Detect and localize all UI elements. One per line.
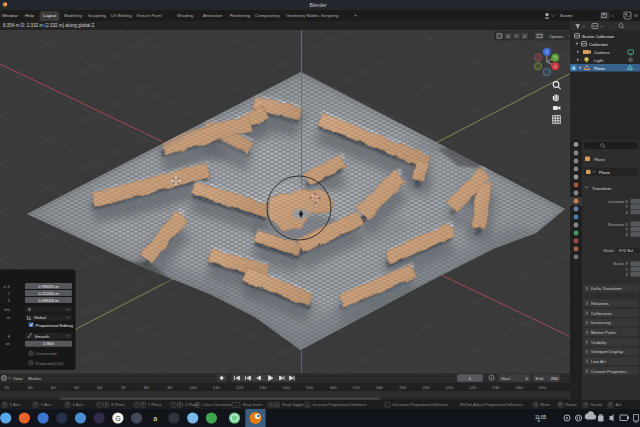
svg-text:140: 140 — [283, 385, 291, 390]
svg-text:Line Art: Line Art — [591, 359, 606, 364]
svg-text:X: X — [28, 307, 31, 312]
svg-text:Location X: Location X — [608, 199, 628, 204]
svg-text:Y: Y — [142, 402, 145, 407]
svg-text:Z Axis: Z Axis — [73, 402, 84, 407]
svg-text:Animation: Animation — [203, 13, 223, 18]
svg-text:^: ^ — [99, 402, 101, 407]
svg-text:Sculpting: Sculpting — [88, 13, 107, 18]
svg-text:Help: Help — [25, 13, 35, 18]
svg-text:Clear Constraints: Clear Constraints — [203, 402, 233, 407]
svg-text:Y: Y — [554, 55, 557, 60]
svg-text:G: G — [115, 415, 120, 422]
svg-text:Light: Light — [594, 58, 604, 63]
svg-text:Geometry Nodes: Geometry Nodes — [286, 13, 320, 18]
svg-text:130: 130 — [259, 385, 267, 390]
svg-text:Rotation X: Rotation X — [608, 222, 628, 227]
svg-text:e X: e X — [4, 284, 11, 289]
svg-text:Aut: Aut — [616, 402, 623, 407]
svg-text:X Axis: X Axis — [10, 402, 21, 407]
svg-text:+: + — [354, 12, 357, 18]
svg-text:Z: Z — [625, 232, 628, 237]
svg-text:Y: Y — [515, 34, 518, 39]
svg-text:Motion Paths: Motion Paths — [591, 330, 616, 335]
svg-text:120: 120 — [236, 385, 244, 390]
svg-text:Global: Global — [34, 315, 46, 320]
svg-text:End: End — [536, 376, 544, 381]
svg-text:Resize: Resize — [591, 402, 603, 407]
svg-text:0.22246 m: 0.22246 m — [38, 291, 59, 296]
svg-text:250: 250 — [551, 376, 559, 381]
svg-text:20: 20 — [4, 385, 9, 390]
svg-text:Options: Options — [549, 34, 563, 39]
svg-text:S: S — [584, 402, 587, 407]
svg-text:110: 110 — [213, 385, 221, 390]
svg-text:160: 160 — [329, 385, 337, 390]
svg-text:Modeling: Modeling — [64, 13, 82, 18]
svg-text:Plane: Plane — [599, 170, 611, 175]
svg-text:Texture Paint: Texture Paint — [136, 13, 162, 18]
svg-text:Scripting: Scripting — [321, 13, 339, 18]
svg-text:m: m — [6, 315, 10, 320]
svg-text:R: R — [559, 402, 562, 407]
svg-text:230: 230 — [492, 385, 500, 390]
svg-text:220: 220 — [469, 385, 477, 390]
svg-text:Rendering: Rendering — [230, 13, 251, 18]
svg-text:170: 170 — [352, 385, 360, 390]
svg-text:UV Editing: UV Editing — [111, 13, 132, 18]
svg-text:Viewport Display: Viewport Display — [591, 349, 624, 354]
svg-text:Y Axis: Y Axis — [41, 402, 52, 407]
svg-text:Decrease Proportional Influenc: Decrease Proportional Influence — [393, 402, 449, 407]
svg-text:Proportional Editing: Proportional Editing — [36, 323, 74, 328]
svg-text:Z: Z — [7, 298, 10, 303]
svg-text:Y: Y — [625, 227, 628, 232]
svg-text:Y: Y — [7, 291, 10, 296]
svg-text:50: 50 — [74, 385, 79, 390]
svg-text:X Plane: X Plane — [111, 402, 125, 407]
svg-text:x: x — [612, 13, 614, 18]
svg-text:Layout: Layout — [43, 13, 57, 18]
svg-text:Instancing: Instancing — [591, 320, 611, 325]
svg-text:^: ^ — [173, 402, 175, 407]
svg-text:X: X — [554, 64, 557, 69]
svg-text:40: 40 — [51, 385, 56, 390]
svg-text:30: 30 — [27, 385, 32, 390]
svg-text:tho: tho — [4, 307, 11, 312]
svg-text:70: 70 — [121, 385, 126, 390]
svg-text:150: 150 — [306, 385, 314, 390]
svg-text:Y: Y — [34, 402, 37, 407]
svg-text:Increase Proportional Influenc: Increase Proportional Influence — [313, 402, 367, 407]
svg-text:Smooth: Smooth — [35, 334, 50, 339]
svg-text:Y Plane: Y Plane — [148, 402, 162, 407]
svg-text:Z: Z — [625, 210, 628, 215]
svg-text:Z: Z — [625, 272, 628, 277]
svg-text:240: 240 — [516, 385, 524, 390]
svg-text:Relations: Relations — [591, 301, 609, 306]
svg-text:Rotate: Rotate — [566, 402, 577, 407]
svg-text:Snap Toggle: Snap Toggle — [282, 402, 304, 407]
svg-text:Window: Window — [2, 13, 18, 18]
svg-text:Vi: Vi — [634, 13, 638, 18]
svg-text:Plane: Plane — [594, 66, 606, 71]
svg-text:Move: Move — [541, 402, 551, 407]
svg-text:0.99035 m: 0.99035 m — [38, 284, 59, 289]
svg-text:^: ^ — [136, 402, 138, 407]
svg-text:Y: Y — [625, 267, 628, 272]
svg-text:C: C — [196, 402, 199, 407]
svg-text:X: X — [105, 402, 108, 407]
svg-text:Connected: Connected — [36, 351, 57, 356]
svg-text:Marker: Marker — [28, 376, 42, 381]
svg-text:Delta Transform: Delta Transform — [591, 286, 622, 291]
svg-text:Blender: Blender — [309, 2, 327, 8]
svg-text:Custom Properties: Custom Properties — [591, 369, 627, 374]
svg-text:Snap Invert: Snap Invert — [243, 402, 264, 407]
svg-text:Collection: Collection — [589, 42, 608, 47]
svg-text:a: a — [153, 415, 157, 422]
svg-text:Y: Y — [625, 204, 628, 209]
svg-text:Visibility: Visibility — [591, 340, 607, 345]
svg-text:250: 250 — [539, 385, 547, 390]
svg-text:..: .. — [235, 402, 237, 407]
svg-text:X: X — [3, 402, 6, 407]
svg-text:8.354 m D: 2.332 m (2.332 m): 8.354 m D: 2.332 m (2.332 m) along globa… — [3, 23, 95, 28]
svg-text:X: X — [507, 34, 510, 39]
svg-text:G: G — [534, 402, 537, 407]
